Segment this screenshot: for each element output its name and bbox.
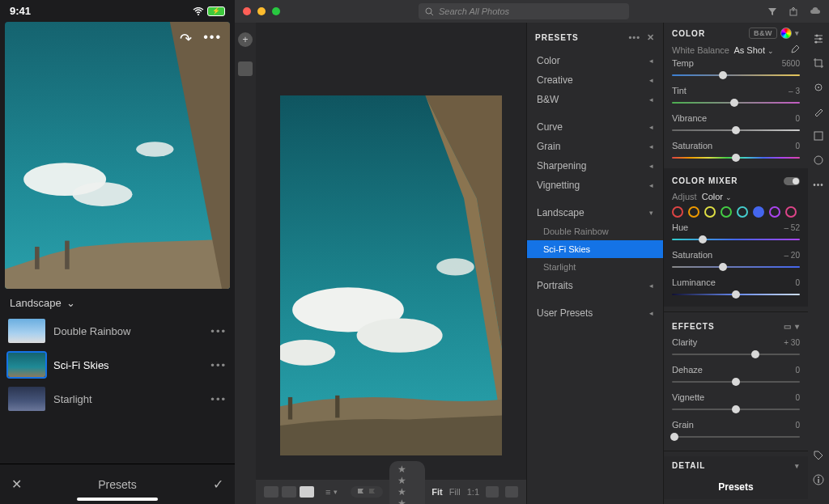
swatch-green[interactable]: [721, 206, 732, 218]
preset-starlight[interactable]: Starlight: [527, 258, 663, 276]
canvas-bottom-bar: ≡▾ ★ ★ ★ ★ ★ Fit Fill 1:1: [256, 480, 526, 504]
info-icon[interactable]: [812, 473, 825, 486]
preset-starlight[interactable]: Starlight •••: [0, 382, 235, 416]
chevron-down-icon[interactable]: ▾: [795, 29, 800, 37]
brush-icon[interactable]: [812, 105, 825, 118]
crop-icon[interactable]: [812, 57, 825, 70]
saturation-value: 0: [795, 142, 800, 150]
dehaze-slider[interactable]: [672, 376, 800, 388]
window-close-icon[interactable]: [243, 7, 251, 15]
adjust-label: Adjust: [672, 192, 697, 201]
effects-menu-icon[interactable]: ▭ ▾: [784, 322, 800, 331]
fill-button[interactable]: Fill: [449, 487, 461, 497]
bw-chip[interactable]: B&W: [749, 28, 777, 39]
preset-group-bw[interactable]: B&W◂: [527, 90, 663, 109]
preset-group-grain[interactable]: Grain◂: [527, 137, 663, 156]
preset-group-landscape[interactable]: Landscape▾: [527, 203, 663, 222]
sliders-icon[interactable]: [812, 32, 825, 45]
preset-more-icon[interactable]: •••: [210, 325, 227, 337]
left-toolstrip: +: [235, 23, 256, 504]
flag-pill[interactable]: [351, 486, 383, 498]
one-to-one-button[interactable]: 1:1: [467, 487, 479, 497]
check-icon[interactable]: ✓: [213, 476, 223, 492]
presets-more-icon[interactable]: •••: [628, 32, 640, 43]
preset-sci-fi-skies[interactable]: Sci-Fi Skies: [527, 240, 663, 258]
mixer-toggle[interactable]: [784, 177, 800, 185]
swatch-blue[interactable]: [753, 206, 764, 218]
chevron-down-icon[interactable]: ▾: [795, 462, 800, 470]
mix-sat-slider[interactable]: [672, 261, 800, 273]
chevron-down-icon: ▾: [334, 488, 338, 496]
preset-group-color[interactable]: Color◂: [527, 51, 663, 70]
linear-gradient-icon[interactable]: [812, 129, 825, 142]
swatch-yellow[interactable]: [704, 206, 716, 218]
add-button[interactable]: +: [238, 32, 253, 47]
heal-icon[interactable]: [812, 81, 825, 94]
filmstrip-button[interactable]: [486, 486, 499, 498]
more-icon[interactable]: •••: [812, 178, 825, 191]
close-icon[interactable]: ✕: [11, 476, 22, 492]
preset-sci-fi-skies[interactable]: Sci-Fi Skies •••: [0, 348, 235, 382]
color-chip[interactable]: [780, 28, 792, 39]
grid-button[interactable]: [238, 61, 253, 76]
caret-left-icon: ◂: [649, 95, 653, 104]
preset-group-curve[interactable]: Curve◂: [527, 117, 663, 137]
home-indicator: [77, 498, 158, 501]
status-time: 9:41: [10, 5, 31, 17]
swatch-orange[interactable]: [688, 206, 699, 218]
grid-view-button[interactable]: [264, 486, 278, 498]
compare-button[interactable]: [505, 486, 518, 498]
preset-more-icon[interactable]: •••: [210, 359, 227, 371]
flag-icon: [357, 488, 365, 496]
preset-double-rainbow[interactable]: Double Rainbow: [527, 222, 663, 240]
caret-left-icon: ◂: [649, 142, 653, 150]
presets-close-icon[interactable]: ✕: [647, 32, 655, 43]
detail-view-button[interactable]: [300, 486, 314, 498]
swatch-red[interactable]: [672, 206, 683, 218]
grain-slider[interactable]: [672, 431, 800, 443]
filter-icon[interactable]: [767, 6, 777, 16]
tint-slider[interactable]: [672, 97, 800, 108]
radial-gradient-icon[interactable]: [812, 154, 825, 167]
swatch-magenta[interactable]: [785, 206, 797, 218]
clarity-slider[interactable]: [672, 349, 800, 360]
hue-slider[interactable]: [672, 234, 800, 245]
chevron-down-icon: ⌄: [767, 47, 774, 55]
window-minimize-icon[interactable]: [257, 7, 266, 15]
preset-group-sharpening[interactable]: Sharpening◂: [527, 156, 663, 176]
share-icon[interactable]: [789, 6, 798, 16]
saturation-slider[interactable]: [672, 152, 800, 163]
square-view-button[interactable]: [282, 486, 296, 498]
search-placeholder: Search All Photos: [439, 6, 509, 16]
search-input[interactable]: Search All Photos: [419, 3, 629, 19]
preset-group-creative[interactable]: Creative◂: [527, 70, 663, 90]
vignette-slider[interactable]: [672, 404, 800, 415]
preset-category-header[interactable]: Landscape ⌄: [0, 289, 235, 314]
swatch-purple[interactable]: [769, 206, 780, 218]
redo-icon[interactable]: ↷: [180, 30, 192, 48]
wb-value[interactable]: As Shot: [733, 45, 765, 55]
window-zoom-icon[interactable]: [272, 7, 280, 15]
preset-double-rainbow[interactable]: Double Rainbow •••: [0, 314, 235, 348]
svg-line-8: [431, 13, 433, 15]
preset-group-user[interactable]: User Presets◂: [527, 303, 663, 323]
preset-more-icon[interactable]: •••: [210, 393, 227, 405]
eyedropper-icon[interactable]: [790, 45, 800, 55]
canvas-photo[interactable]: [280, 95, 502, 455]
swatch-aqua[interactable]: [737, 206, 748, 218]
preset-group-portraits[interactable]: Portraits◂: [527, 276, 663, 295]
tag-icon[interactable]: [812, 449, 825, 462]
more-icon[interactable]: •••: [203, 30, 222, 48]
edit-presets-footer[interactable]: Presets: [664, 475, 808, 499]
cloud-icon[interactable]: [810, 7, 821, 15]
vibrance-slider[interactable]: [672, 125, 800, 136]
fit-button[interactable]: Fit: [432, 487, 442, 497]
adjust-value[interactable]: Color: [702, 192, 723, 201]
mobile-photo-preview[interactable]: ↷ •••: [5, 22, 230, 289]
tint-value: – 3: [789, 87, 800, 95]
sort-group[interactable]: ≡▾: [325, 487, 338, 497]
temp-slider[interactable]: [672, 70, 800, 81]
preset-group-vignetting[interactable]: Vignetting◂: [527, 176, 663, 195]
rating-pill[interactable]: ★ ★ ★ ★ ★: [389, 461, 425, 504]
lum-slider[interactable]: [672, 289, 800, 300]
